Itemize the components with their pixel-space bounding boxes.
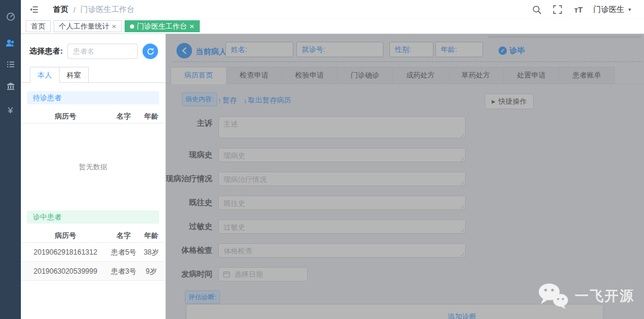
col-name: 名字 — [110, 109, 137, 123]
tab-self[interactable]: 本人 — [30, 67, 60, 83]
top-bar: 首页 / 门诊医生工作台 тT 门诊医生 ▼ — [21, 0, 644, 19]
close-icon[interactable]: ✕ — [112, 23, 116, 30]
tag-label: 门诊医生工作台 — [137, 21, 187, 32]
breadcrumb-separator: / — [73, 5, 76, 14]
tab-department[interactable]: 科室 — [59, 67, 89, 83]
user-menu[interactable]: 门诊医生 ▼ — [593, 4, 632, 15]
cell-name: 患者5号 — [110, 243, 137, 261]
records-icon[interactable] — [0, 54, 21, 75]
refresh-patients-button[interactable] — [143, 44, 158, 59]
close-icon[interactable]: ✕ — [189, 23, 194, 30]
waiting-table-header: 病历号 名字 年龄 — [21, 109, 165, 123]
patient-select-panel: 选择患者: 本人 科室 待诊患者 病历号 名字 年龄 暂无数据 诊中患者 病历号… — [21, 34, 166, 319]
cell-age: 9岁 — [137, 262, 165, 280]
outpatient-doctor-workstation: ¥ 首页 / 门诊医生工作台 тT 门诊医生 ▼ 首页 — [0, 0, 644, 319]
waiting-patients-header: 待诊患者 — [27, 91, 159, 104]
patient-scope-tabs: 本人 科室 — [21, 67, 165, 83]
sidebar-toggle-icon[interactable] — [28, 4, 40, 16]
active-dot-icon — [130, 24, 134, 29]
tag-label: 首页 — [31, 21, 45, 32]
cell-record-no: 2019063020539999 — [21, 262, 110, 280]
empty-data-text: 暂无数据 — [21, 123, 165, 210]
billing-icon[interactable]: ¥ — [0, 99, 21, 120]
disabled-overlay — [166, 34, 644, 319]
tag-workload-stats[interactable]: 个人工作量统计 ✕ — [54, 20, 122, 32]
icon-rail: ¥ — [0, 0, 21, 319]
in-consult-patients-header: 诊中患者 — [27, 210, 159, 224]
cell-age: 38岁 — [137, 243, 165, 261]
patients-icon[interactable] — [0, 32, 21, 54]
tag-doctor-workstation[interactable]: 门诊医生工作台 ✕ — [125, 20, 199, 32]
department-icon[interactable] — [0, 75, 21, 97]
watermark: 一飞开源 — [537, 282, 634, 309]
dashboard-icon[interactable] — [0, 6, 21, 27]
cell-name: 患者3号 — [110, 262, 137, 280]
in-consult-table-header: 病历号 名字 年龄 — [21, 228, 165, 243]
search-icon[interactable] — [531, 4, 543, 16]
chevron-down-icon: ▼ — [627, 7, 632, 13]
wechat-logo-icon — [537, 282, 569, 309]
col-age: 年龄 — [137, 228, 165, 242]
user-name: 门诊医生 — [593, 4, 624, 15]
breadcrumb: 首页 / 门诊医生工作台 — [53, 4, 135, 15]
cell-record-no: 2019062918161312 — [21, 243, 110, 261]
tag-label: 个人工作量统计 — [59, 21, 109, 32]
col-name: 名字 — [110, 228, 137, 242]
patient-name-input[interactable] — [67, 44, 138, 59]
workspace: 当前病人: 姓名: 就诊号: 性别: 年龄: ✓ 诊毕 病历首页 检查申请 检验… — [166, 34, 644, 319]
fullscreen-icon[interactable] — [552, 4, 564, 16]
tag-home[interactable]: 首页 — [26, 20, 51, 32]
tags-view: 首页 个人工作量统计 ✕ 门诊医生工作台 ✕ — [21, 19, 644, 34]
watermark-text: 一飞开源 — [575, 287, 634, 305]
col-age: 年龄 — [137, 109, 165, 123]
select-patient-label: 选择患者: — [29, 46, 63, 57]
col-record-no: 病历号 — [21, 109, 110, 123]
col-record-no: 病历号 — [21, 228, 110, 242]
patient-row[interactable]: 2019063020539999 患者3号 9岁 — [21, 262, 165, 281]
font-size-icon[interactable]: тT — [572, 4, 584, 16]
patient-row[interactable]: 2019062918161312 患者5号 38岁 — [21, 243, 165, 262]
breadcrumb-current: 门诊医生工作台 — [80, 4, 135, 15]
breadcrumb-home[interactable]: 首页 — [53, 4, 69, 15]
